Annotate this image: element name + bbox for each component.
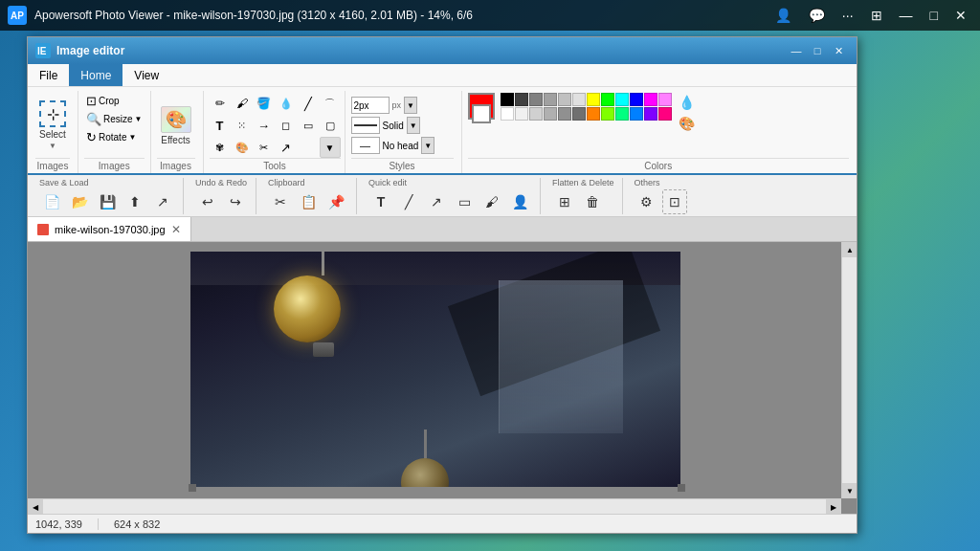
head-dropdown-btn[interactable]: ▼ xyxy=(421,137,434,154)
background-color[interactable] xyxy=(472,104,491,123)
scroll-track-v[interactable] xyxy=(842,257,857,483)
size-input[interactable] xyxy=(351,97,390,114)
taskbar-snap-icon[interactable]: ⊞ xyxy=(865,8,888,23)
open-btn[interactable]: 📂 xyxy=(67,189,92,214)
color-cyan[interactable] xyxy=(615,93,629,106)
color-cell[interactable] xyxy=(601,107,614,121)
resize-btn[interactable]: 🔍Resize▼ xyxy=(84,111,145,127)
color-cell[interactable] xyxy=(658,107,672,121)
color-cell[interactable] xyxy=(572,93,586,106)
color-cell[interactable] xyxy=(658,93,672,106)
color-mix-btn[interactable]: 🎨 xyxy=(678,114,697,133)
taskbar-minimize-btn[interactable]: — xyxy=(894,8,919,23)
color-cell[interactable] xyxy=(515,93,528,106)
select-btn[interactable]: ⊹ Select ▼ xyxy=(35,97,70,154)
save-btn[interactable]: 💾 xyxy=(95,189,120,214)
scroll-down-btn[interactable]: ▼ xyxy=(842,483,857,498)
color-cell[interactable] xyxy=(615,107,629,121)
freehand-btn[interactable]: ✾ xyxy=(210,137,231,158)
dots-btn[interactable]: ⁙ xyxy=(232,115,253,136)
viewport[interactable]: ▲ ▼ ◀ ▶ xyxy=(28,242,857,514)
scroll-left-btn[interactable]: ◀ xyxy=(28,499,43,514)
color-magenta[interactable] xyxy=(644,93,657,106)
pencil-btn[interactable]: ✏ xyxy=(210,93,231,114)
color-cell[interactable] xyxy=(572,107,586,121)
handle-bl[interactable] xyxy=(189,484,196,492)
brush-btn[interactable]: 🖌 xyxy=(232,93,253,114)
effect2-btn[interactable]: 👤 xyxy=(507,189,532,214)
window-maximize-btn[interactable]: □ xyxy=(807,40,828,61)
flatten-btn[interactable]: ⊞ xyxy=(552,189,577,214)
scroll-track-h[interactable] xyxy=(43,499,826,514)
redo-btn[interactable]: ↪ xyxy=(223,189,248,214)
color-cell[interactable] xyxy=(529,93,543,106)
taskbar-user-icon[interactable]: 👤 xyxy=(769,8,797,23)
tab-close-btn[interactable]: ✕ xyxy=(171,223,181,236)
fill-btn[interactable]: 🪣 xyxy=(254,93,275,114)
delete-btn[interactable]: 🗑 xyxy=(580,189,605,214)
color-cell[interactable] xyxy=(630,107,643,121)
window-minimize-btn[interactable]: — xyxy=(786,40,807,61)
line2-btn[interactable]: ╱ xyxy=(396,189,421,214)
eyedrop-btn[interactable]: 💧 xyxy=(276,93,297,114)
color-orange[interactable] xyxy=(587,107,600,121)
color-blue[interactable] xyxy=(630,93,643,106)
color2-btn[interactable]: 🎨 xyxy=(232,137,253,158)
new-btn[interactable]: 📄 xyxy=(39,189,64,214)
upload-btn[interactable]: ⬆ xyxy=(122,189,147,214)
rect2-btn[interactable]: ▭ xyxy=(452,189,477,214)
copy-btn[interactable]: 📋 xyxy=(296,189,321,214)
paste-btn[interactable]: 📌 xyxy=(323,189,348,214)
menu-file[interactable]: File xyxy=(28,64,69,86)
arrow3-btn[interactable]: ↗ xyxy=(424,189,449,214)
file-tab[interactable]: mike-wilson-197030.jpg ✕ xyxy=(28,217,191,241)
handle-br[interactable] xyxy=(678,484,685,492)
size-dropdown-btn[interactable]: ▼ xyxy=(404,97,417,114)
color-green[interactable] xyxy=(601,93,614,106)
clipboard2-btn[interactable]: ⊡ xyxy=(662,189,687,214)
arrow-right-btn[interactable]: → xyxy=(254,115,275,136)
resize-handle-s[interactable] xyxy=(190,483,680,489)
marker-btn[interactable]: ✂ xyxy=(254,137,275,158)
menu-view[interactable]: View xyxy=(122,64,170,86)
scroll-up-btn[interactable]: ▲ xyxy=(842,242,857,257)
color-cell[interactable] xyxy=(644,107,657,121)
settings-btn[interactable]: ⚙ xyxy=(635,189,659,214)
color-cell[interactable] xyxy=(515,107,528,121)
color-cell[interactable] xyxy=(558,107,571,121)
taskbar-close-btn[interactable]: ✕ xyxy=(949,8,972,23)
taskbar-more-icon[interactable]: ··· xyxy=(836,8,859,23)
taskbar-chat-icon[interactable]: 💬 xyxy=(803,8,831,23)
brush2-btn[interactable]: 🖌 xyxy=(479,189,504,214)
others-label: Others xyxy=(635,178,660,187)
rotate-btn[interactable]: ↻Rotate▼ xyxy=(84,129,145,145)
color-cell[interactable] xyxy=(544,107,557,121)
color-cell[interactable] xyxy=(529,107,543,121)
color-white[interactable] xyxy=(501,107,514,121)
rect-btn[interactable]: ▭ xyxy=(298,115,319,136)
scroll-right-btn[interactable]: ▶ xyxy=(826,499,841,514)
arrow2-btn[interactable]: ↗ xyxy=(276,137,297,158)
color-cell[interactable] xyxy=(544,93,557,106)
round-rect-btn[interactable]: ▢ xyxy=(320,115,341,136)
effects-btn[interactable]: 🎨 Effects xyxy=(157,102,195,149)
taskbar-maximize-btn[interactable]: □ xyxy=(924,8,944,23)
color-yellow[interactable] xyxy=(587,93,600,106)
color-black[interactable] xyxy=(501,93,514,106)
menu-home[interactable]: Home xyxy=(69,64,122,86)
undo-btn[interactable]: ↩ xyxy=(195,189,220,214)
tools-expand-btn[interactable]: ▼ xyxy=(320,137,341,158)
eyedropper-color-btn[interactable]: 💧 xyxy=(678,93,697,112)
color-cell[interactable] xyxy=(558,93,571,106)
resize-handle-e[interactable] xyxy=(676,366,681,489)
erase-btn[interactable]: ◻ xyxy=(276,115,297,136)
cut-btn[interactable]: ✂ xyxy=(268,189,293,214)
curve-btn[interactable]: ⌒ xyxy=(320,93,341,114)
window-close-btn[interactable]: ✕ xyxy=(828,40,849,61)
style-dropdown-btn[interactable]: ▼ xyxy=(407,117,420,134)
text-btn[interactable]: T xyxy=(210,115,231,136)
crop-btn[interactable]: ⊡Crop xyxy=(84,93,145,109)
text2-btn[interactable]: T xyxy=(368,189,393,214)
line-tool-btn[interactable]: ╱ xyxy=(298,93,319,114)
share-btn[interactable]: ↗ xyxy=(150,189,175,214)
